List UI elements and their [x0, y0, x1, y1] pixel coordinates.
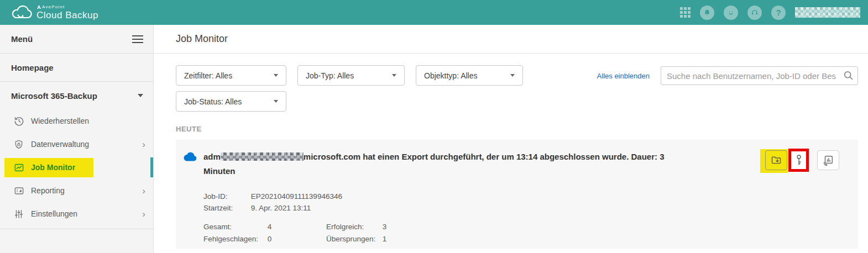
notifications-bell-icon[interactable] [700, 6, 714, 20]
sidebar-item-datenverwaltung[interactable]: Datenverwaltung › [0, 133, 153, 156]
chevron-down-icon [392, 74, 396, 77]
avepoint-mark-icon [37, 5, 41, 9]
export-key-button[interactable] [794, 154, 804, 167]
stat-row: Erfolgreich: 3 [326, 221, 386, 233]
sidebar-nav: Wiederherstellen Datenverwaltung › [0, 109, 153, 229]
show-all-link[interactable]: Alles einblenden [597, 72, 650, 80]
sidebar: Menü Homepage Microsoft 365-Backup Wiede… [0, 25, 154, 253]
menu-title: Menü [11, 34, 33, 44]
onedrive-cloud-icon [182, 151, 197, 164]
sidebar-item-label: Homepage [11, 63, 54, 72]
stats-column-left: Gesamt: 4 Fehlgeschlagen: 0 [203, 221, 326, 245]
app-header: AvePoint Cloud Backup [0, 0, 868, 25]
chevron-right-icon: › [142, 140, 145, 149]
filter-job-status[interactable]: Job-Status: Alles [176, 91, 286, 112]
history-icon [13, 116, 24, 126]
detail-value: 9. Apr. 2021 13:11 [251, 204, 311, 212]
job-stats: Gesamt: 4 Fehlgeschlagen: 0 Erfolgreich:… [203, 221, 858, 245]
stat-value: 1 [383, 235, 387, 243]
job-user-prefix: adm [203, 152, 221, 161]
shield-lock-icon [13, 139, 24, 150]
stat-value: 0 [268, 235, 272, 243]
help-question-icon[interactable]: ? [771, 6, 786, 20]
search-icon[interactable] [843, 70, 854, 83]
stat-label: Übersprungen: [326, 233, 380, 245]
sidebar-item-label: Einstellungen [31, 209, 77, 218]
header-actions: ? [680, 6, 860, 20]
job-description: admmicrosoft.com hat einen Export durchg… [203, 150, 668, 178]
sidebar-menu-header: Menü [0, 25, 153, 54]
folder-download-icon [770, 155, 782, 166]
job-detail-row: Startzeit: 9. Apr. 2021 13:11 [203, 202, 858, 214]
filter-label: Objekttyp: Alles [424, 71, 478, 80]
stat-row: Fehlgeschlagen: 0 [203, 233, 326, 245]
filter-objekttyp[interactable]: Objekttyp: Alles [416, 65, 523, 86]
filter-label: Job-Typ: Alles [306, 71, 354, 80]
brand-text: AvePoint Cloud Backup [36, 5, 98, 21]
stat-label: Gesamt: [203, 221, 265, 233]
avepoint-wordmark: AvePoint [37, 5, 98, 9]
sidebar-section-m365-backup[interactable]: Microsoft 365-Backup [0, 82, 153, 109]
stats-column-right: Erfolgreich: 3 Übersprungen: 1 [326, 221, 386, 245]
active-item-indicator [150, 157, 153, 177]
report-download-icon [822, 154, 834, 166]
job-detail-row: Job-ID: EP20210409111139946346 [203, 191, 858, 202]
job-actions [765, 150, 839, 172]
filters: Zeitfilter: Alles Job-Typ: Alles Objektt… [176, 65, 523, 117]
stat-row: Gesamt: 4 [203, 221, 326, 233]
filter-job-typ[interactable]: Job-Typ: Alles [297, 65, 405, 86]
detail-label: Startzeit: [203, 202, 249, 214]
chart-icon [13, 162, 24, 173]
filter-label: Job-Status: Alles [184, 97, 242, 106]
chevron-down-icon [138, 94, 143, 97]
section-header-heute: HEUTE [176, 125, 202, 133]
sidebar-item-wiederherstellen[interactable]: Wiederherstellen [0, 109, 153, 133]
filter-label: Zeitfilter: Alles [184, 71, 232, 80]
apps-grid-icon[interactable] [680, 7, 691, 18]
stat-value: 3 [383, 223, 387, 231]
user-name-redacted[interactable] [795, 7, 860, 18]
yellow-highlight-annotation [765, 150, 787, 170]
stat-label: Erfolgreich: [326, 221, 380, 233]
detail-label: Job-ID: [203, 191, 249, 202]
sidebar-item-label: Datenverwaltung [31, 140, 89, 149]
chevron-right-icon: › [142, 209, 145, 219]
chevron-right-icon: › [142, 186, 145, 196]
stat-value: 4 [268, 223, 272, 231]
sidebar-item-einstellungen[interactable]: Einstellungen › [0, 202, 153, 225]
job-details: Job-ID: EP20210409111139946346 Startzeit… [203, 191, 858, 214]
support-headset-icon[interactable] [747, 6, 762, 20]
redacted-user-name [221, 152, 304, 161]
sidebar-item-reporting[interactable]: Reporting › [0, 179, 153, 202]
job-entry-card: admmicrosoft.com hat einen Export durchg… [176, 140, 858, 249]
key-icon [794, 154, 804, 167]
main-content: Job Monitor Zeitfilter: Alles Job-Typ: A… [154, 25, 868, 253]
search-box [661, 66, 858, 85]
chevron-down-icon [510, 74, 515, 77]
sidebar-item-homepage[interactable]: Homepage [0, 54, 153, 82]
chevron-down-icon [274, 74, 278, 77]
sidebar-item-label: Wiederherstellen [31, 117, 89, 125]
sidebar-item-label: Reporting [31, 186, 65, 195]
feedback-smiley-icon[interactable] [724, 6, 738, 20]
search-input[interactable] [661, 66, 858, 85]
chevron-down-icon [274, 100, 278, 103]
page-header: Job Monitor [154, 25, 868, 54]
report-icon [13, 186, 24, 196]
stat-label: Fehlgeschlagen: [203, 233, 265, 245]
hamburger-menu-icon[interactable] [132, 33, 143, 45]
open-export-location-button[interactable] [765, 150, 787, 170]
red-box-annotation [788, 149, 809, 172]
product-name: Cloud Backup [36, 10, 98, 20]
yellow-highlight-annotation: Job Monitor [4, 158, 93, 177]
download-job-report-button[interactable] [817, 150, 839, 170]
page-title: Job Monitor [176, 33, 228, 45]
sidebar-item-job-monitor[interactable]: Job Monitor [0, 156, 153, 179]
cloud-backup-logo-icon [10, 4, 33, 21]
sidebar-item-label: Job Monitor [31, 163, 75, 172]
detail-value: EP20210409111139946346 [251, 192, 342, 201]
sidebar-section-label: Microsoft 365-Backup [11, 91, 97, 101]
brand-logo: AvePoint Cloud Backup [10, 4, 98, 21]
stat-row: Übersprungen: 1 [326, 233, 386, 245]
filter-zeitfilter[interactable]: Zeitfilter: Alles [176, 65, 286, 86]
